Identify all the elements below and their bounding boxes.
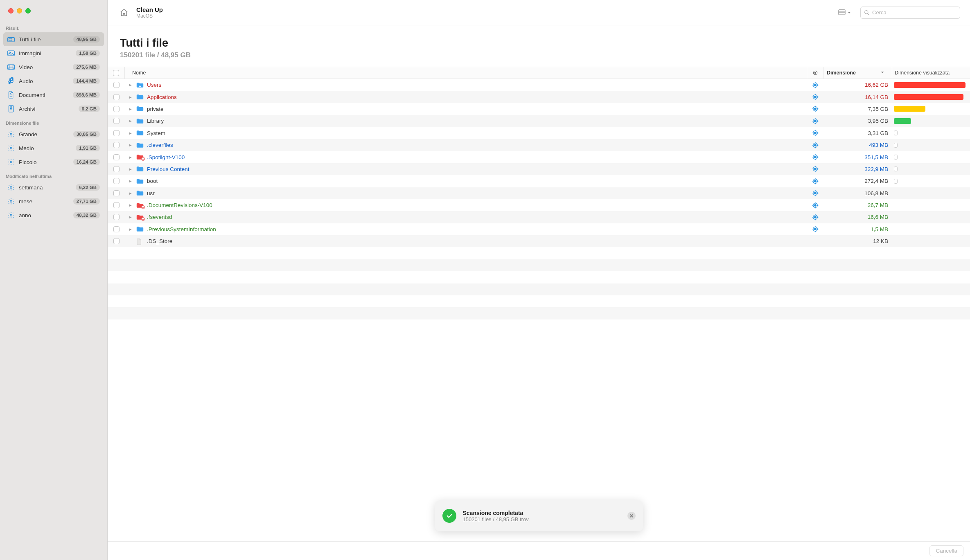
sidebar-item-badge: 48,32 GB [73,212,100,218]
row-checkbox[interactable] [113,178,120,184]
view-mode-button[interactable] [835,8,855,18]
sidebar-item-grande[interactable]: Grande30,85 GB [3,127,104,141]
disclosure-triangle-icon[interactable]: ▸ [128,202,133,208]
select-all-checkbox[interactable] [113,70,119,76]
sidebar-item-badge: 6,22 GB [76,184,100,191]
sidebar-item-piccolo[interactable]: Piccolo16,24 GB [3,155,104,169]
disclosure-triangle-icon[interactable]: ▸ [128,155,133,160]
row-target-button[interactable] [807,118,823,124]
sidebar-item-mese[interactable]: mese27,71 GB [3,194,104,208]
maximize-window-button[interactable] [25,8,31,13]
search-field[interactable] [860,7,960,19]
target-icon [812,154,819,160]
select-all-column[interactable] [108,67,125,79]
row-name: .DocumentRevisions-V100 [147,202,212,208]
row-checkbox[interactable] [113,166,120,172]
table-row[interactable]: ▸Users16,62 GB [108,79,970,91]
disclosure-triangle-icon[interactable]: ▸ [128,130,133,136]
sidebar-item-medio[interactable]: Medio1,91 GB [3,141,104,155]
row-checkbox[interactable] [113,214,120,220]
table-row[interactable]: ▸System3,31 GB [108,127,970,139]
empty-row [108,259,970,271]
table-row[interactable]: ▸.cleverfiles493 MB [108,139,970,151]
sidebar-item-anno[interactable]: anno48,32 GB [3,208,104,222]
disclosure-triangle-icon[interactable]: ▸ [128,227,133,232]
row-target-button[interactable] [807,178,823,184]
row-target-button[interactable] [807,130,823,136]
row-checkbox[interactable] [113,190,120,196]
row-checkbox[interactable] [113,118,120,124]
row-checkbox[interactable] [113,82,120,88]
row-size: 106,8 MB [823,190,892,196]
sidebar-item-settimana[interactable]: settimana6,22 GB [3,180,104,194]
table-row[interactable]: .DS_Store12 KB [108,235,970,247]
disclosure-triangle-icon[interactable]: ▸ [128,118,133,124]
row-checkbox[interactable] [113,202,120,208]
image-icon [7,49,15,57]
disclosure-triangle-icon[interactable]: ▸ [128,178,133,184]
svg-point-10 [10,147,12,149]
row-target-button[interactable] [807,226,823,232]
table-row[interactable]: ▸usr106,8 MB [108,187,970,199]
column-bar[interactable]: Dimensione visualizzata [892,67,970,79]
table-row[interactable]: ▸Previous Content322,9 MB [108,163,970,175]
row-checkbox[interactable] [113,94,120,100]
close-icon [629,514,634,518]
home-button[interactable] [117,6,131,19]
archive-icon [7,105,15,112]
sidebar-item-video[interactable]: Video275,6 MB [3,60,104,74]
svg-point-36 [814,180,816,182]
table-row[interactable]: ▸–.DocumentRevisions-V10026,7 MB [108,199,970,211]
sidebar-item-badge: 48,95 GB [73,36,100,43]
row-checkbox[interactable] [113,106,120,112]
folder-icon [136,130,144,136]
row-checkbox[interactable] [113,238,120,244]
row-target-button[interactable] [807,202,823,209]
row-checkbox[interactable] [113,130,120,136]
row-target-button[interactable] [807,166,823,172]
row-size-bar [892,118,970,124]
search-input[interactable] [872,9,956,16]
close-window-button[interactable] [8,8,14,13]
table-row[interactable]: ▸private7,35 GB [108,103,970,115]
sidebar-item-tutti-i-file[interactable]: Tutti i file48,95 GB [3,32,104,46]
delete-button[interactable]: Cancella [929,545,963,556]
row-checkbox[interactable] [113,226,120,232]
row-target-button[interactable] [807,142,823,148]
row-checkbox[interactable] [113,154,120,160]
row-target-button[interactable] [807,190,823,196]
toolbar: Clean Up MacOS [108,0,970,25]
disclosure-triangle-icon[interactable]: ▸ [128,166,133,172]
column-name[interactable]: Nome [125,67,807,79]
row-target-button[interactable] [807,82,823,88]
page-header: Tutti i file 150201 file / 48,95 GB [108,25,970,67]
sidebar-item-documenti[interactable]: Documenti898,6 MB [3,88,104,102]
table-row[interactable]: ▸–.fseventsd16,6 MB [108,211,970,223]
disclosure-triangle-icon[interactable]: ▸ [128,94,133,100]
sidebar-item-label: Piccolo [19,159,69,165]
table-row[interactable]: ▸boot272,4 MB [108,175,970,187]
row-target-button[interactable] [807,154,823,160]
disclosure-triangle-icon[interactable]: ▸ [128,106,133,112]
column-target[interactable] [807,67,823,79]
column-size[interactable]: Dimensione [823,67,892,79]
row-target-button[interactable] [807,94,823,100]
svg-rect-8 [10,108,11,109]
row-checkbox[interactable] [113,142,120,148]
sidebar-item-archivi[interactable]: Archivi6,2 GB [3,102,104,116]
sidebar-item-immagini[interactable]: Immagini1,58 GB [3,46,104,60]
table-row[interactable]: ▸–.Spotlight-V100351,5 MB [108,151,970,163]
sidebar-item-audio[interactable]: Audio144,4 MB [3,74,104,88]
toast-close-button[interactable] [627,512,636,520]
disclosure-triangle-icon[interactable]: ▸ [128,82,133,88]
disclosure-triangle-icon[interactable]: ▸ [128,191,133,196]
table-row[interactable]: ▸Applications16,14 GB [108,91,970,103]
table-row[interactable]: ▸Library3,95 GB [108,115,970,127]
disclosure-triangle-icon[interactable]: ▸ [128,142,133,148]
minimize-window-button[interactable] [17,8,22,13]
target-icon [812,214,819,220]
table-row[interactable]: ▸.PreviousSystemInformation1,5 MB [108,223,970,235]
row-target-button[interactable] [807,214,823,220]
disclosure-triangle-icon[interactable]: ▸ [128,214,133,220]
row-target-button[interactable] [807,106,823,112]
